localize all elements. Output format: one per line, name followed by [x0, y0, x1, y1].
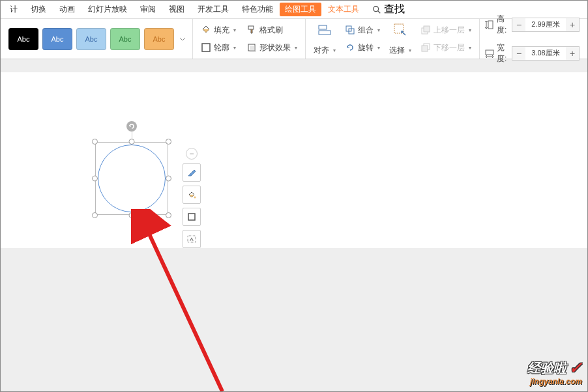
resize-handle-e[interactable]	[166, 176, 171, 182]
shape-effects-icon	[246, 42, 257, 53]
select-button[interactable]: 选择 ▾	[387, 44, 414, 57]
chevron-down-icon: ▾	[469, 27, 471, 33]
circle-shape[interactable]	[98, 145, 166, 212]
svg-rect-15	[488, 21, 493, 29]
chevron-down-icon: ▾	[377, 27, 380, 33]
chevron-down-icon: ▾	[233, 45, 236, 51]
watermark: 经验啦 ✓ jingyanla.com	[527, 359, 582, 386]
selected-shape[interactable]	[95, 142, 168, 215]
group-icon	[345, 25, 355, 35]
svg-point-19	[194, 197, 196, 199]
arrange-group: 对齐 ▾ 组合 ▾ 旋转 ▾	[306, 19, 480, 59]
style-swatch-dropdown[interactable]	[178, 28, 187, 50]
context-outline-button[interactable]	[183, 208, 201, 226]
menu-search-label: 查找	[384, 3, 405, 16]
move-down-button[interactable]: 下移一层 ▾	[418, 41, 474, 55]
menu-item-drawing-tools[interactable]: 绘图工具	[280, 3, 321, 16]
context-pen-button[interactable]	[183, 163, 201, 182]
resize-handle-sw[interactable]	[92, 212, 98, 218]
menu-item-text-tools[interactable]: 文本工具	[321, 1, 366, 18]
menu-search[interactable]: 查找	[372, 3, 405, 16]
height-increase-button[interactable]: +	[566, 18, 579, 31]
chevron-down-icon: ▾	[333, 48, 336, 53]
slide[interactable]: − A	[1, 72, 587, 248]
menu-item-special[interactable]: 特色功能	[235, 1, 280, 18]
context-toolbar: − A	[183, 148, 201, 248]
svg-rect-14	[422, 46, 428, 51]
style-swatch-2[interactable]: Abc	[42, 28, 72, 50]
menu-item-switch[interactable]: 切换	[24, 1, 53, 18]
format-painter-button[interactable]: 格式刷	[244, 23, 300, 37]
height-input-wrap: − +	[512, 18, 580, 32]
svg-rect-3	[248, 26, 254, 29]
select-icon	[390, 20, 410, 40]
rotate-handle[interactable]	[126, 121, 137, 132]
width-decrease-button[interactable]: −	[512, 47, 525, 60]
chevron-down-icon: ▾	[377, 45, 380, 51]
watermark-brand: 经验啦	[527, 359, 566, 377]
width-icon	[485, 48, 494, 59]
height-decrease-button[interactable]: −	[512, 18, 525, 31]
style-swatch-3[interactable]: Abc	[76, 28, 106, 50]
menu-item-review[interactable]: 审阅	[134, 1, 162, 18]
chevron-down-icon: ▾	[469, 45, 471, 51]
move-up-button[interactable]: 上移一层 ▾	[418, 23, 474, 37]
chevron-down-icon: ▾	[295, 45, 297, 51]
rotate-button[interactable]: 旋转 ▾	[342, 41, 383, 55]
resize-handle-w[interactable]	[92, 176, 98, 182]
rotate-icon	[345, 42, 355, 53]
svg-rect-12	[424, 26, 430, 32]
chevron-down-icon: ▾	[233, 27, 236, 33]
svg-line-23	[147, 229, 222, 391]
shape-effects-button[interactable]: 形状效果 ▾	[244, 41, 300, 55]
svg-rect-7	[319, 31, 331, 35]
style-swatch-1[interactable]: Abc	[8, 28, 38, 50]
context-collapse-button[interactable]: −	[186, 148, 198, 160]
style-swatch-4[interactable]: Abc	[110, 28, 140, 50]
move-up-icon	[420, 25, 431, 35]
width-increase-button[interactable]: +	[566, 47, 579, 60]
format-painter-icon	[246, 25, 257, 35]
width-input[interactable]	[525, 47, 566, 60]
style-swatch-5[interactable]: Abc	[144, 28, 174, 50]
fill-button[interactable]: 填充 ▾	[198, 23, 239, 37]
group-button[interactable]: 组合 ▾	[342, 23, 383, 37]
menu-item-slideshow[interactable]: 幻灯片放映	[81, 1, 134, 18]
resize-handle-nw[interactable]	[92, 139, 98, 145]
fill-icon	[201, 25, 211, 35]
search-icon	[372, 5, 381, 14]
svg-rect-5	[250, 46, 256, 52]
svg-rect-2	[202, 44, 210, 51]
align-button[interactable]: 对齐 ▾	[311, 44, 338, 57]
align-icon	[315, 20, 334, 40]
checkmark-icon: ✓	[569, 359, 582, 377]
svg-text:A: A	[190, 236, 194, 242]
width-input-wrap: − +	[512, 46, 580, 61]
resize-handle-s[interactable]	[129, 212, 135, 218]
style-swatch-group: Abc Abc Abc Abc Abc	[3, 19, 193, 59]
svg-rect-6	[319, 25, 327, 29]
svg-line-1	[378, 10, 381, 13]
move-down-icon	[420, 42, 431, 53]
fill-outline-group: 填充 ▾ 轮廓 ▾ 格式刷 形状效果	[193, 19, 306, 59]
svg-rect-20	[188, 214, 195, 220]
svg-rect-17	[486, 50, 493, 55]
resize-handle-se[interactable]	[166, 212, 171, 218]
menu-item-view[interactable]: 视图	[162, 1, 191, 18]
size-group: 高度: − + 宽度: − +	[480, 19, 585, 59]
svg-point-0	[374, 6, 379, 11]
resize-handle-ne[interactable]	[166, 139, 171, 145]
outline-button[interactable]: 轮廓 ▾	[198, 41, 239, 55]
context-fill-button[interactable]	[183, 186, 201, 204]
outline-icon	[201, 42, 211, 53]
chevron-down-icon: ▾	[409, 48, 411, 53]
height-input[interactable]	[525, 18, 566, 31]
width-label: 宽度:	[497, 42, 509, 64]
height-label: 高度:	[497, 14, 509, 36]
resize-handle-n[interactable]	[129, 139, 135, 145]
menu-item-animation[interactable]: 动画	[53, 1, 81, 18]
context-text-button[interactable]: A	[183, 230, 201, 248]
height-icon	[485, 20, 494, 30]
menu-item-dev-tools[interactable]: 开发工具	[191, 1, 235, 18]
menu-item-design[interactable]: 计	[3, 1, 24, 18]
